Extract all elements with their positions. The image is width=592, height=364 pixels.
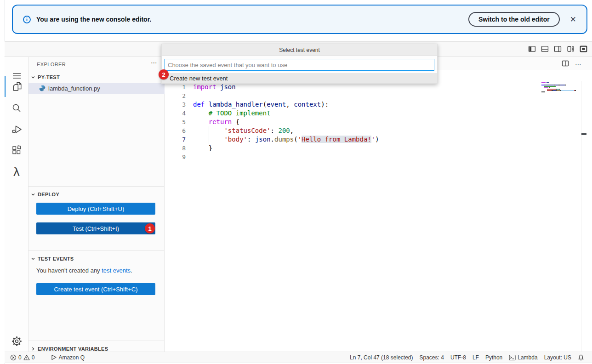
warning-icon bbox=[23, 354, 30, 361]
search-icon[interactable] bbox=[5, 97, 28, 119]
code-token: , bbox=[290, 127, 294, 134]
explorer-sidebar: EXPLORER ⋯ PY-TEST lambda_function.py DE… bbox=[28, 57, 165, 352]
code-line-4[interactable]: 4 # TODO implement bbox=[165, 109, 379, 118]
problems-indicator[interactable]: 0 0 bbox=[9, 352, 38, 363]
code-line-3[interactable]: 3def lambda_handler(event, context): bbox=[165, 100, 379, 109]
deploy-section-label: DEPLOY bbox=[38, 192, 59, 197]
status-bar: 0 0 Amazon Q Ln 7, Col 47 (18 selected) … bbox=[5, 352, 592, 363]
minimap-token bbox=[544, 87, 548, 88]
eol-status[interactable]: LF bbox=[469, 354, 482, 361]
code-line-9[interactable]: 9 bbox=[165, 153, 379, 161]
chevron-down-icon bbox=[31, 75, 35, 80]
line-number: 2 bbox=[165, 91, 186, 100]
code-line-8[interactable]: 8 } bbox=[165, 144, 379, 153]
code-token: 200 bbox=[278, 127, 290, 134]
minimap-token bbox=[544, 86, 556, 87]
minimap-token bbox=[557, 90, 560, 91]
minimap-token bbox=[546, 82, 549, 83]
section-header-test-events[interactable]: TEST EVENTS bbox=[31, 254, 74, 264]
cursor-position-status[interactable]: Ln 7, Col 47 (18 selected) bbox=[347, 354, 416, 361]
language-mode-status[interactable]: Python bbox=[482, 354, 506, 361]
scrollbar-thumb[interactable] bbox=[581, 133, 586, 135]
split-editor-icon[interactable] bbox=[562, 60, 569, 68]
minimap-token bbox=[541, 85, 544, 85]
test-event-search-input[interactable] bbox=[165, 59, 434, 71]
minimap-token bbox=[547, 89, 556, 90]
encoding-status[interactable]: UTF-8 bbox=[447, 354, 469, 361]
aws-lambda-icon[interactable]: λ bbox=[5, 161, 28, 182]
switch-old-editor-button[interactable]: Switch to the old editor bbox=[468, 12, 560, 27]
line-text: def lambda_handler(event, context): bbox=[186, 100, 329, 109]
line-number: 8 bbox=[165, 144, 186, 153]
code-token: ( bbox=[263, 101, 267, 108]
banner-message: You are using the new console editor. bbox=[36, 16, 468, 23]
error-icon bbox=[10, 354, 17, 361]
sidebar-title: EXPLORER bbox=[37, 62, 66, 67]
minimap[interactable] bbox=[541, 82, 571, 94]
code-token: # TODO implement bbox=[209, 109, 271, 117]
error-count: 0 bbox=[18, 354, 22, 361]
notifications-bell-icon[interactable] bbox=[575, 354, 587, 361]
code-line-2[interactable]: 2 bbox=[165, 91, 379, 100]
minimap-line bbox=[541, 93, 571, 94]
test-events-section-label: TEST EVENTS bbox=[38, 256, 74, 262]
code-editor[interactable]: 1import json23def lambda_handler(event, … bbox=[165, 70, 586, 352]
indentation-status[interactable]: Spaces: 4 bbox=[416, 354, 447, 361]
deploy-button[interactable]: Deploy (Ctrl+Shift+U) bbox=[36, 203, 155, 215]
no-test-events-text: You haven't created any test events. bbox=[36, 267, 132, 274]
code-token: 'statusCode' bbox=[224, 127, 270, 134]
code-line-5[interactable]: 5 return { bbox=[165, 118, 379, 126]
fullscreen-icon[interactable] bbox=[580, 45, 587, 53]
info-icon bbox=[23, 16, 31, 23]
explorer-icon[interactable] bbox=[5, 76, 28, 97]
code-token: context bbox=[294, 101, 321, 108]
amazon-q-label: Amazon Q bbox=[58, 354, 85, 361]
section-header-deploy[interactable]: DEPLOY bbox=[31, 189, 59, 199]
quick-input-title: Select test event bbox=[162, 44, 437, 56]
new-editor-banner: You are using the new console editor. Sw… bbox=[12, 5, 587, 34]
test-events-link[interactable]: test events bbox=[102, 267, 131, 274]
indent-guide bbox=[209, 126, 209, 135]
minimap-token bbox=[547, 90, 551, 91]
customize-layout-icon[interactable] bbox=[567, 45, 575, 53]
create-new-test-event-option[interactable]: Create new test event bbox=[162, 73, 437, 83]
code-line-6[interactable]: 6 'statusCode': 200, bbox=[165, 126, 379, 135]
code-token: dumps bbox=[274, 136, 294, 143]
line-text: # TODO implement bbox=[186, 109, 271, 118]
code-token: : bbox=[271, 127, 279, 134]
code-line-7[interactable]: 7 'body': json.dumps('Hello from Lambda!… bbox=[165, 135, 379, 144]
minimap-token bbox=[541, 82, 546, 83]
extensions-icon[interactable] bbox=[5, 140, 28, 161]
code-token: return bbox=[209, 118, 232, 125]
more-actions-icon[interactable]: ⋯ bbox=[575, 60, 582, 68]
toggle-secondary-sidebar-icon[interactable] bbox=[554, 45, 562, 53]
code-token: ( bbox=[294, 136, 297, 143]
run-debug-icon[interactable] bbox=[5, 119, 28, 140]
test-button[interactable]: Test (Ctrl+Shift+I) bbox=[36, 222, 155, 234]
code-line-1[interactable]: 1import json bbox=[165, 83, 379, 91]
settings-gear-icon[interactable] bbox=[5, 330, 28, 352]
lambda-console-status[interactable]: Lambda bbox=[506, 354, 541, 361]
chevron-down-icon bbox=[31, 256, 35, 261]
code-token: ) bbox=[375, 136, 379, 143]
create-test-event-button[interactable]: Create test event (Ctrl+Shift+C) bbox=[36, 283, 155, 295]
code-area[interactable]: 1import json23def lambda_handler(event, … bbox=[165, 83, 379, 161]
line-text: import json bbox=[186, 83, 236, 91]
toggle-primary-sidebar-icon[interactable] bbox=[528, 45, 536, 53]
amazon-q-status[interactable]: Amazon Q bbox=[48, 352, 88, 363]
code-token: 'body' bbox=[224, 136, 247, 143]
minimap-token bbox=[560, 85, 565, 85]
line-number: 5 bbox=[165, 118, 186, 126]
minimap-token bbox=[561, 90, 574, 91]
select-test-event-dialog: Select test event Create new test event bbox=[161, 44, 438, 84]
minimap-token bbox=[544, 85, 554, 85]
toggle-panel-icon[interactable] bbox=[541, 45, 549, 53]
close-icon[interactable]: ✕ bbox=[570, 16, 576, 23]
sidebar-more-icon[interactable]: ⋯ bbox=[151, 59, 158, 66]
section-divider bbox=[28, 341, 165, 341]
file-item-lambda-function[interactable]: lambda_function.py bbox=[28, 83, 165, 94]
scrollbar[interactable] bbox=[581, 81, 586, 352]
code-token: . bbox=[271, 136, 274, 143]
section-header-py-test[interactable]: PY-TEST bbox=[31, 72, 60, 82]
keyboard-layout-status[interactable]: Layout: US bbox=[541, 354, 575, 361]
